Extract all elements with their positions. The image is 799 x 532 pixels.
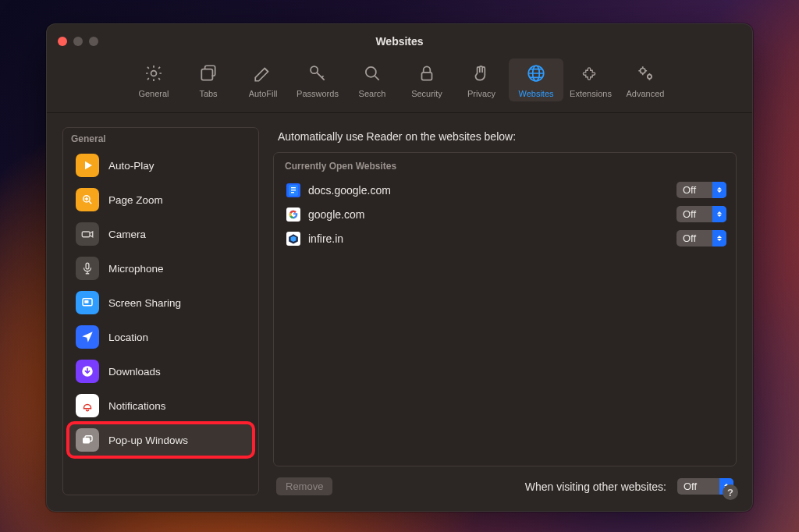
svg-rect-19 bbox=[291, 190, 296, 190]
svg-point-8 bbox=[648, 75, 652, 79]
svg-rect-20 bbox=[291, 192, 294, 193]
downloads-icon bbox=[76, 360, 99, 383]
svg-rect-4 bbox=[422, 73, 432, 80]
notifications-icon bbox=[76, 394, 99, 417]
sidebar-item-location[interactable]: Location bbox=[68, 320, 254, 354]
google-favicon bbox=[286, 207, 300, 222]
main-footer: Remove When visiting other websites: Off bbox=[273, 466, 737, 495]
window-controls bbox=[58, 37, 98, 46]
tabs-icon bbox=[198, 63, 218, 83]
preferences-toolbar: General Tabs AutoFill Passwords Search S… bbox=[47, 59, 752, 113]
select-value: Off bbox=[676, 184, 712, 196]
svg-rect-15 bbox=[83, 438, 90, 444]
sidebar-item-label: Auto-Play bbox=[108, 160, 154, 172]
titlebar: Websites bbox=[47, 24, 752, 59]
svg-point-3 bbox=[366, 67, 376, 77]
svg-rect-18 bbox=[291, 187, 296, 188]
reader-select[interactable]: Off bbox=[676, 230, 726, 246]
search-icon bbox=[362, 63, 382, 83]
list-subheader: Currently Open Websites bbox=[274, 153, 736, 178]
website-row[interactable]: google.com Off bbox=[274, 202, 736, 226]
gear-icon bbox=[144, 63, 164, 83]
toolbar-label: Tabs bbox=[199, 89, 217, 98]
window-title: Websites bbox=[375, 35, 423, 48]
main-panel: Automatically use Reader on the websites… bbox=[273, 127, 737, 495]
sidebar-item-label: Downloads bbox=[108, 366, 161, 378]
svg-point-7 bbox=[641, 69, 646, 74]
toolbar-label: General bbox=[138, 89, 169, 98]
website-row[interactable]: infire.in Off bbox=[274, 226, 736, 250]
toolbar-autofill[interactable]: AutoFill bbox=[236, 59, 290, 101]
hand-icon bbox=[471, 63, 492, 83]
website-domain: infire.in bbox=[308, 232, 669, 245]
reader-select[interactable]: Off bbox=[676, 206, 726, 222]
svg-point-2 bbox=[311, 66, 318, 73]
sidebar-item-label: Camera bbox=[108, 229, 146, 240]
toolbar-label: Passwords bbox=[297, 89, 339, 98]
sidebar: General Auto-Play Page Zoom Camera Micro… bbox=[62, 127, 259, 495]
svg-rect-1 bbox=[201, 69, 212, 80]
website-domain: google.com bbox=[308, 208, 669, 221]
infire-favicon bbox=[286, 232, 300, 246]
sidebar-item-label: Notifications bbox=[108, 400, 166, 412]
toolbar-tabs[interactable]: Tabs bbox=[181, 59, 236, 101]
camera-icon bbox=[76, 222, 99, 246]
puzzle-icon bbox=[581, 63, 601, 83]
toolbar-label: Security bbox=[411, 89, 442, 98]
toolbar-security[interactable]: Security bbox=[400, 59, 454, 101]
svg-rect-11 bbox=[86, 263, 89, 269]
content-area: General Auto-Play Page Zoom Camera Micro… bbox=[47, 113, 752, 511]
sidebar-item-microphone[interactable]: Microphone bbox=[68, 251, 254, 286]
sidebar-item-downloads[interactable]: Downloads bbox=[68, 354, 254, 388]
other-websites-label: When visiting other websites: bbox=[525, 481, 666, 493]
select-value: Off bbox=[676, 208, 712, 220]
zoom-window-button[interactable] bbox=[89, 37, 98, 46]
close-window-button[interactable] bbox=[58, 37, 67, 46]
toolbar-search[interactable]: Search bbox=[345, 59, 400, 101]
website-row[interactable]: docs.google.com Off bbox=[274, 178, 736, 202]
sidebar-item-label: Page Zoom bbox=[108, 194, 163, 206]
globe-icon bbox=[526, 63, 546, 83]
select-value: Off bbox=[677, 481, 719, 492]
zoom-icon bbox=[76, 188, 99, 211]
sidebar-item-camera[interactable]: Camera bbox=[68, 217, 254, 251]
sidebar-item-label: Screen Sharing bbox=[108, 297, 181, 309]
reader-select[interactable]: Off bbox=[676, 182, 726, 198]
preferences-window: Websites General Tabs AutoFill Passwords… bbox=[46, 23, 753, 512]
toolbar-label: Privacy bbox=[467, 89, 495, 98]
sidebar-item-notifications[interactable]: Notifications bbox=[68, 388, 254, 423]
location-icon bbox=[76, 325, 99, 349]
chevron-updown-icon bbox=[712, 230, 726, 246]
toolbar-websites[interactable]: Websites bbox=[509, 59, 563, 101]
website-list: Currently Open Websites docs.google.com … bbox=[273, 152, 737, 466]
minimize-window-button[interactable] bbox=[73, 37, 83, 46]
play-icon bbox=[76, 154, 99, 177]
svg-point-0 bbox=[151, 71, 157, 76]
toolbar-label: Extensions bbox=[570, 89, 612, 98]
help-button[interactable]: ? bbox=[723, 484, 738, 500]
gears-icon bbox=[635, 63, 655, 83]
select-value: Off bbox=[676, 232, 712, 244]
toolbar-general[interactable]: General bbox=[126, 59, 181, 101]
sidebar-item-label: Microphone bbox=[108, 263, 164, 275]
toolbar-privacy[interactable]: Privacy bbox=[454, 59, 509, 101]
popup-icon bbox=[76, 428, 99, 452]
lock-icon bbox=[417, 63, 437, 83]
toolbar-extensions[interactable]: Extensions bbox=[563, 59, 618, 101]
sidebar-section-header: General bbox=[63, 128, 258, 148]
sidebar-item-auto-play[interactable]: Auto-Play bbox=[68, 148, 254, 183]
toolbar-label: AutoFill bbox=[249, 89, 278, 98]
toolbar-passwords[interactable]: Passwords bbox=[290, 59, 345, 101]
docs-favicon bbox=[286, 183, 300, 197]
sidebar-item-popup-windows[interactable]: Pop-up Windows bbox=[68, 423, 254, 457]
main-header: Automatically use Reader on the websites… bbox=[273, 127, 737, 152]
website-domain: docs.google.com bbox=[308, 184, 669, 197]
toolbar-advanced[interactable]: Advanced bbox=[618, 59, 673, 101]
chevron-updown-icon bbox=[712, 206, 726, 222]
svg-rect-10 bbox=[82, 232, 90, 237]
remove-button[interactable]: Remove bbox=[276, 477, 332, 495]
toolbar-label: Search bbox=[359, 89, 386, 98]
toolbar-label: Websites bbox=[518, 89, 553, 98]
sidebar-item-screen-sharing[interactable]: Screen Sharing bbox=[68, 286, 254, 320]
sidebar-item-page-zoom[interactable]: Page Zoom bbox=[68, 183, 254, 217]
